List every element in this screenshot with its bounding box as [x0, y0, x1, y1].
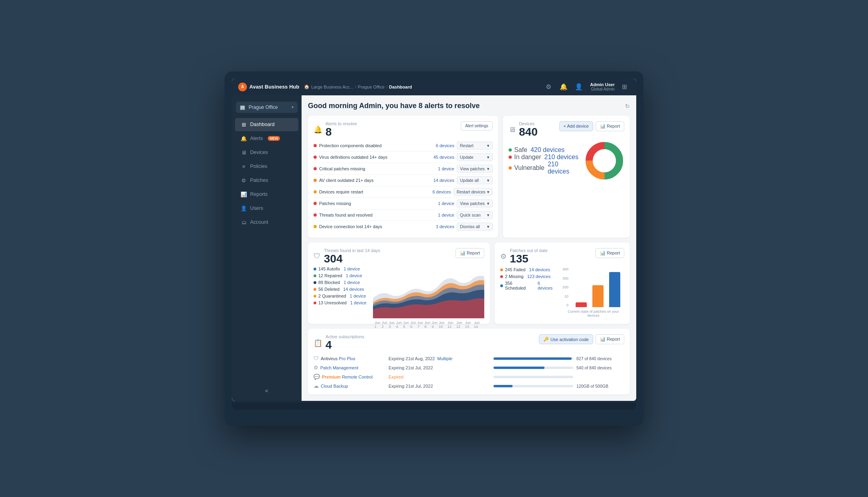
alert-action-dismiss-all[interactable]: Dismiss all ▾ — [457, 223, 493, 231]
laptop-frame: A Avast Business Hub 🏠 Large Business Ac… — [225, 71, 643, 426]
missing-link[interactable]: 123 devices — [527, 274, 550, 279]
sidebar-item-users[interactable]: 👤 Users — [235, 202, 298, 215]
sidebar-policies-label: Policies — [250, 164, 267, 169]
notification-icon[interactable]: 🔔 — [558, 81, 569, 93]
threats-chart: Jun 1 Jun 2 Jun 3 Jun 4 Jun 5 Jun 6 Jun … — [373, 266, 484, 318]
key-icon: 🔑 — [543, 337, 549, 342]
sidebar-item-account[interactable]: 🗂 Account — [235, 216, 298, 229]
chart-x-axis: Jun 1 Jun 2 Jun 3 Jun 4 Jun 5 Jun 6 Jun … — [373, 321, 484, 329]
alert-action-view-patches-2[interactable]: View patches ▾ — [457, 199, 493, 207]
repaired-link[interactable]: 1 device — [346, 273, 362, 278]
bar-missing — [592, 285, 604, 307]
devices-legend: Safe 420 devices In danger 210 devices — [509, 146, 580, 175]
devices-card: 🖥 Devices 840 + Add device 📊 Report — [503, 116, 630, 238]
sub-backup-count: 120GB of 500GB — [576, 384, 624, 389]
sidebar-item-reports[interactable]: 📊 Reports — [235, 188, 298, 201]
remote-link[interactable]: Remote Control — [342, 375, 373, 379]
legend-safe: Safe 420 devices — [509, 146, 580, 154]
patch-failed: 245 Failed 14 devices — [500, 267, 556, 272]
topbar: A Avast Business Hub 🏠 Large Business Ac… — [232, 79, 636, 95]
sidebar-item-dashboard[interactable]: ⊞ Dashboard — [235, 118, 298, 131]
sidebar-item-policies[interactable]: ≡ Policies — [235, 160, 298, 173]
apps-icon[interactable]: ⊞ — [619, 81, 630, 93]
office-selector[interactable]: 🏢 Prague Office ▾ — [236, 102, 298, 113]
alert-row-4: AV client outdated 21+ days 14 devices U… — [314, 175, 493, 186]
bar-chart-wrapper: 400 300 200 10 0 — [562, 267, 624, 307]
threats-legend: 145 Autofix 1 device 12 Repaired 1 devic… — [314, 266, 367, 318]
sub-patch: ⚙ Patch Management — [314, 365, 385, 371]
sub-patch-expiry: Expiring 21st Jul, 2022 — [389, 365, 490, 370]
threats-report-button[interactable]: 📊 Report — [456, 248, 484, 258]
devices-report-button[interactable]: 📊 Report — [596, 121, 624, 131]
main-layout: 🏢 Prague Office ▾ ⊞ Dashboard 🔔 Alerts N… — [232, 95, 636, 401]
refresh-icon[interactable]: ↻ — [625, 103, 630, 109]
devices-content: Safe 420 devices In danger 210 devices — [509, 141, 624, 181]
alert-action-update[interactable]: Update ▾ — [457, 153, 493, 161]
sub-antivirus-progress — [493, 357, 573, 360]
y-axis: 400 300 200 10 0 — [562, 267, 570, 307]
breadcrumb-l2: Prague Office — [358, 85, 385, 89]
patch-mgmt-icon: ⚙ — [314, 365, 318, 371]
devices-donut-chart — [584, 141, 624, 181]
devices-count: 840 — [519, 126, 538, 138]
antivirus-link[interactable]: Pro Plus — [339, 356, 355, 361]
patches-report-button[interactable]: 📊 Report — [596, 248, 624, 258]
subscriptions-report-button[interactable]: 📊 Report — [596, 334, 624, 344]
quarantined-link[interactable]: 1 device — [350, 294, 366, 298]
vulnerable-devices-link[interactable]: 210 devices — [548, 161, 580, 175]
account-icon: 🗂 — [241, 219, 247, 225]
sidebar-users-label: Users — [250, 205, 263, 211]
alerts-title: Alerts to resolve — [326, 121, 357, 126]
sub-backup-expiry: Expiring 21st Jul, 2022 — [389, 384, 490, 389]
blocked-link[interactable]: 1 device — [343, 280, 360, 285]
sidebar-item-devices[interactable]: 🖥 Devices — [235, 146, 298, 159]
unresolved-link[interactable]: 1 device — [350, 300, 367, 305]
patches-bar-chart: 400 300 200 10 0 — [562, 267, 624, 318]
patch-mgmt-link[interactable]: Patch Management — [320, 365, 358, 370]
breadcrumb-home-icon: 🏠 — [304, 84, 310, 89]
threats-title: Threats found in last 14 days — [324, 248, 380, 253]
page-header: Good morning Admin, you have 8 alerts to… — [308, 102, 630, 111]
alerts-badge: NEW — [268, 136, 280, 141]
sidebar-item-alerts[interactable]: 🔔 Alerts NEW — [235, 132, 298, 145]
alerts-table: Protection components disabled 6 devices… — [314, 140, 493, 232]
chart-note: Current state of patches on your devices — [562, 310, 624, 318]
deleted-link[interactable]: 14 devices — [343, 287, 364, 292]
subscriptions-card: 📋 Active subscriptions 4 🔑 Use activatio… — [308, 329, 630, 394]
safe-devices-link[interactable]: 420 devices — [531, 146, 564, 154]
failed-link[interactable]: 14 devices — [529, 267, 550, 272]
sub-remote: 💬 Premium Remote Control — [314, 374, 385, 380]
autofix-link[interactable]: 1 device — [343, 266, 360, 271]
alert-row-5: Devices require restart 6 devices Restar… — [314, 186, 493, 198]
subscriptions-table: 🛡 Antivirus Pro Plus Expiring 21st Aug, … — [314, 355, 624, 389]
alert-action-restart[interactable]: Restart ▾ — [457, 142, 493, 150]
alert-action-quick-scan[interactable]: Quick scan ▾ — [457, 211, 493, 219]
settings-icon[interactable]: ⚙ — [543, 81, 554, 93]
alert-settings-button[interactable]: Alert settings — [461, 121, 493, 130]
danger-devices-link[interactable]: 210 devices — [544, 154, 578, 161]
chevron-down-icon: ▾ — [292, 105, 294, 109]
alert-action-update-all[interactable]: Update all ▾ — [457, 176, 493, 184]
sub-antivirus-count: 827 of 840 devices — [576, 356, 624, 361]
legend-vulnerable: Vulnerable 210 devices — [509, 161, 580, 175]
sidebar-dashboard-label: Dashboard — [250, 122, 274, 127]
alert-action-restart-devices[interactable]: Restart devices ▾ — [454, 188, 493, 196]
legend-danger: In danger 210 devices — [509, 154, 580, 161]
devices-icon: 🖥 — [241, 150, 247, 156]
sidebar-alerts-label: Alerts — [250, 136, 263, 141]
threat-unresolved: 13 Unresolved 1 device — [314, 300, 367, 305]
sub-antivirus: 🛡 Antivirus Pro Plus — [314, 355, 385, 361]
sidebar-item-patches[interactable]: ⚙ Patches — [235, 174, 298, 187]
alert-row-8: Device connection lost 14+ days 3 device… — [314, 221, 493, 232]
backup-link[interactable]: Cloud Backup — [321, 384, 348, 389]
use-activation-code-button[interactable]: 🔑 Use activation code — [539, 334, 593, 344]
sidebar-account-label: Account — [250, 219, 268, 225]
alert-action-view-patches[interactable]: View patches ▾ — [457, 165, 493, 173]
collapse-sidebar-button[interactable]: « — [236, 384, 298, 397]
sidebar: 🏢 Prague Office ▾ ⊞ Dashboard 🔔 Alerts N… — [232, 95, 302, 401]
sub-backup: ☁ Cloud Backup — [314, 383, 385, 389]
patch-missing: 2 Missing 123 devices — [500, 274, 556, 279]
add-device-button[interactable]: + Add device — [559, 121, 593, 131]
scheduled-link[interactable]: 6 devices — [538, 281, 556, 290]
user-icon[interactable]: 👤 — [573, 81, 584, 93]
